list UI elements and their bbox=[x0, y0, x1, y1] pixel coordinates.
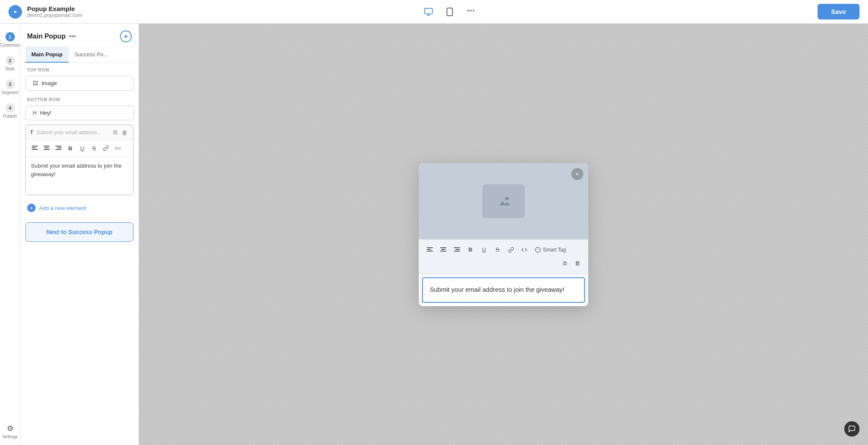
svg-rect-25 bbox=[440, 251, 446, 252]
code-button[interactable]: </> bbox=[112, 143, 123, 154]
more-options-button[interactable] bbox=[463, 3, 479, 20]
image-placeholder bbox=[482, 184, 525, 218]
align-left-button[interactable] bbox=[29, 143, 40, 154]
tab-bar: Main Popup Success Po... bbox=[20, 47, 139, 63]
text-toolbar: B U S </> bbox=[26, 140, 133, 157]
sidebar-item-segment[interactable]: 3 Segment bbox=[0, 75, 20, 99]
sidebar-item-customize[interactable]: 1 Customize bbox=[0, 28, 20, 52]
svg-rect-20 bbox=[427, 247, 433, 248]
svg-rect-23 bbox=[440, 247, 446, 248]
svg-rect-28 bbox=[454, 251, 460, 252]
gear-icon: ⚙ bbox=[7, 424, 14, 433]
svg-rect-24 bbox=[441, 249, 445, 250]
nav-label-customize: Customize bbox=[0, 43, 20, 47]
nav-num-1: 1 bbox=[6, 32, 15, 41]
popup-align-left-button[interactable] bbox=[424, 244, 436, 256]
sidebar-item-style[interactable]: 2 Style bbox=[0, 52, 20, 75]
svg-rect-21 bbox=[427, 249, 431, 250]
text-editor-placeholder-label: Submit your email address... bbox=[36, 130, 112, 135]
link-button[interactable] bbox=[100, 143, 111, 154]
strikethrough-button[interactable]: S bbox=[89, 143, 100, 154]
nav-num-4: 4 bbox=[6, 103, 15, 113]
desktop-view-button[interactable] bbox=[420, 5, 437, 19]
popup-code-button[interactable] bbox=[519, 244, 530, 256]
nav-label-segment: Segment bbox=[1, 90, 18, 95]
topbar-center bbox=[420, 3, 479, 20]
topbar: Popup Example demo2.popupsmart.com Save bbox=[0, 0, 868, 24]
next-to-success-button[interactable]: Next to Success Popup bbox=[25, 222, 134, 242]
nav-label-style: Style bbox=[5, 66, 14, 71]
image-row-label: Image bbox=[42, 80, 57, 86]
svg-rect-15 bbox=[56, 146, 61, 146]
sidebar-item-publish[interactable]: 4 Publish bbox=[0, 99, 20, 123]
app-subtitle: demo2.popupsmart.com bbox=[27, 12, 82, 18]
topbar-left: Popup Example demo2.popupsmart.com bbox=[8, 5, 82, 19]
svg-rect-4 bbox=[447, 8, 453, 15]
topbar-right: Save bbox=[818, 4, 860, 19]
align-right-button[interactable] bbox=[53, 143, 64, 154]
svg-point-19 bbox=[505, 197, 509, 200]
popup-link-button[interactable] bbox=[505, 244, 517, 256]
popup-image-section bbox=[419, 163, 588, 239]
svg-rect-18 bbox=[493, 191, 514, 211]
sidebar-title-menu-button[interactable]: ••• bbox=[69, 33, 76, 40]
nav-num-2: 2 bbox=[6, 56, 15, 65]
svg-rect-17 bbox=[56, 149, 61, 150]
nav-num-3: 3 bbox=[6, 80, 15, 89]
bold-button[interactable]: B bbox=[65, 143, 76, 154]
add-element-label: Add a new element bbox=[39, 205, 86, 211]
align-center-button[interactable] bbox=[41, 143, 52, 154]
heading-icon: H bbox=[33, 110, 36, 116]
popup-close-button[interactable]: × bbox=[571, 168, 583, 180]
svg-rect-10 bbox=[32, 147, 36, 148]
app-title: Popup Example bbox=[27, 5, 82, 12]
popup-bold-button[interactable]: B bbox=[465, 244, 476, 256]
svg-point-6 bbox=[467, 10, 469, 11]
svg-rect-9 bbox=[32, 146, 38, 146]
smart-tag-button[interactable]: Smart Tag bbox=[531, 245, 569, 254]
sidebar-title: Main Popup ••• bbox=[27, 33, 76, 40]
popup-copy-button[interactable]: ⧉ bbox=[559, 257, 570, 269]
canvas-area: × bbox=[139, 24, 868, 445]
svg-point-7 bbox=[470, 10, 472, 11]
add-section-button[interactable]: + bbox=[120, 30, 132, 42]
text-area-preview[interactable]: Submit your email address to join the gi… bbox=[26, 157, 133, 195]
popup-strikethrough-button[interactable]: S bbox=[492, 244, 504, 256]
text-editor-actions: ⧉ 🗑 bbox=[112, 127, 129, 137]
svg-rect-22 bbox=[427, 251, 433, 252]
svg-rect-26 bbox=[454, 247, 460, 248]
delete-text-button[interactable]: 🗑 bbox=[120, 127, 129, 137]
save-button[interactable]: Save bbox=[818, 4, 860, 19]
popup-preview: × bbox=[419, 163, 588, 306]
copy-text-button[interactable]: ⧉ bbox=[112, 127, 119, 137]
popup-align-right-button[interactable] bbox=[451, 244, 463, 256]
text-editor-header: T Submit your email address... ⧉ 🗑 bbox=[26, 125, 133, 140]
image-row-item[interactable]: 🖼 Image bbox=[25, 76, 134, 91]
svg-rect-12 bbox=[44, 146, 50, 146]
image-icon: 🖼 bbox=[33, 80, 38, 86]
underline-button[interactable]: U bbox=[77, 143, 88, 154]
svg-rect-11 bbox=[32, 149, 38, 150]
mobile-view-button[interactable] bbox=[442, 5, 458, 19]
popup-toolbar: B U S Smart Tag ⧉ 🗑 bbox=[419, 240, 588, 274]
popup-underline-button[interactable]: U bbox=[478, 244, 490, 256]
left-nav: 1 Customize 2 Style 3 Segment 4 Publish … bbox=[0, 24, 20, 445]
tab-success-popup[interactable]: Success Po... bbox=[69, 47, 114, 63]
svg-rect-16 bbox=[57, 147, 61, 148]
add-element-row[interactable]: + Add a new element bbox=[20, 198, 139, 218]
heading-row-item[interactable]: H Hey! bbox=[25, 105, 134, 120]
text-editor-block: T Submit your email address... ⧉ 🗑 B bbox=[25, 124, 134, 195]
top-row-label: TOP ROW bbox=[20, 63, 139, 74]
tab-main-popup[interactable]: Main Popup bbox=[25, 47, 69, 63]
popup-text-editor: B U S Smart Tag ⧉ 🗑 bbox=[419, 239, 588, 303]
sidebar-item-settings[interactable]: ⚙ Settings bbox=[0, 418, 20, 445]
sidebar-header: Main Popup ••• + bbox=[20, 24, 139, 47]
popup-text-content[interactable]: Submit your email address to join the gi… bbox=[422, 277, 585, 303]
heading-row-label: Hey! bbox=[40, 110, 51, 116]
popup-delete-button[interactable]: 🗑 bbox=[571, 257, 583, 269]
app-info: Popup Example demo2.popupsmart.com bbox=[27, 5, 82, 18]
popup-align-center-button[interactable] bbox=[437, 244, 449, 256]
chat-button[interactable] bbox=[844, 421, 860, 437]
svg-rect-13 bbox=[45, 147, 49, 148]
text-type-label: T bbox=[30, 130, 33, 135]
